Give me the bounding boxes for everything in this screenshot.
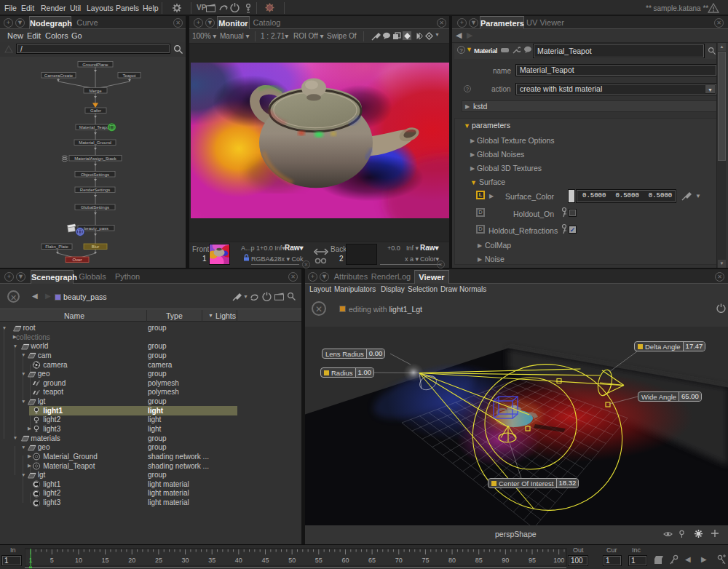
svg-text:90: 90 <box>502 557 509 564</box>
svg-text:beauty_pass: beauty_pass <box>84 226 108 231</box>
svg-text:85: 85 <box>475 557 483 564</box>
svg-text:Over: Over <box>72 258 82 262</box>
svg-text:70: 70 <box>395 557 403 564</box>
svg-text:Material_Ground: Material_Ground <box>79 140 111 145</box>
svg-text:GroundPlane: GroundPlane <box>82 63 108 67</box>
svg-text:25: 25 <box>155 557 162 564</box>
svg-text:Material_Teapot: Material_Teapot <box>79 125 111 130</box>
svg-text:1: 1 <box>28 557 32 564</box>
svg-text:Teapot: Teapot <box>122 73 135 78</box>
svg-text:GlobalSettings: GlobalSettings <box>81 205 109 210</box>
svg-text:55: 55 <box>315 557 323 564</box>
svg-text:10: 10 <box>75 557 82 564</box>
svg-text:Flakn_Plate: Flakn_Plate <box>45 244 68 249</box>
svg-text:ObjectSettings: ObjectSettings <box>81 172 109 177</box>
svg-text:35: 35 <box>208 557 215 564</box>
svg-text:20: 20 <box>128 557 135 564</box>
svg-text:40: 40 <box>235 557 242 564</box>
svg-text:95: 95 <box>529 557 536 564</box>
svg-text:50: 50 <box>288 557 296 564</box>
svg-text:RenderSettings: RenderSettings <box>80 188 110 192</box>
svg-text:Gafer: Gafer <box>90 108 101 113</box>
svg-text:60: 60 <box>341 557 349 564</box>
svg-text:80: 80 <box>448 557 456 564</box>
svg-text:65: 65 <box>368 557 376 564</box>
svg-text:Merge: Merge <box>89 89 102 93</box>
svg-text:15: 15 <box>102 557 109 564</box>
svg-text:45: 45 <box>262 557 269 564</box>
svg-text:30: 30 <box>182 557 189 564</box>
svg-text:5: 5 <box>50 557 54 564</box>
svg-text:100: 100 <box>553 557 564 564</box>
svg-text:Blur: Blur <box>92 244 100 249</box>
svg-text:MaterialAssign_Stack: MaterialAssign_Stack <box>74 156 117 161</box>
svg-text:75: 75 <box>422 557 429 564</box>
svg-text:CameraCreate: CameraCreate <box>44 73 74 78</box>
